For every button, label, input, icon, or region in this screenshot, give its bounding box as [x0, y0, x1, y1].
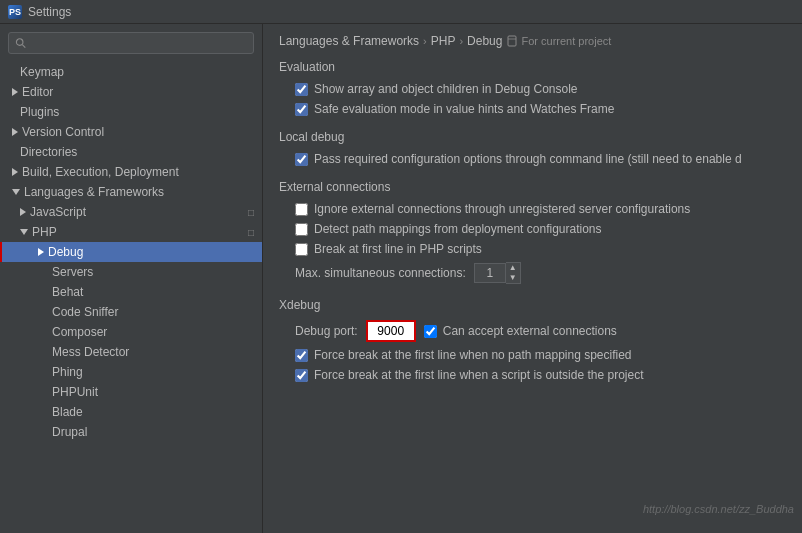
- sidebar-item-drupal[interactable]: Drupal: [0, 422, 262, 442]
- directories-label: Directories: [20, 145, 77, 159]
- sidebar-item-version-control[interactable]: Version Control: [0, 122, 262, 142]
- local-debug-title: Local debug: [279, 130, 786, 144]
- sidebar-item-mess-detector[interactable]: Mess Detector: [0, 342, 262, 362]
- can-accept-label: Can accept external connections: [443, 324, 617, 338]
- detect-path-checkbox[interactable]: [295, 223, 308, 236]
- sidebar-item-php[interactable]: PHP □: [0, 222, 262, 242]
- pass-required-checkbox[interactable]: [295, 153, 308, 166]
- pass-required-row: Pass required configuration options thro…: [279, 152, 786, 166]
- debug-port-input[interactable]: [366, 320, 416, 342]
- debug-port-label: Debug port:: [295, 324, 358, 338]
- safe-eval-row: Safe evaluation mode in value hints and …: [279, 102, 786, 116]
- expand-icon: [20, 208, 26, 216]
- main-container: Keymap Editor Plugins Version Control Di…: [0, 24, 802, 533]
- evaluation-section: Evaluation Show array and object childre…: [279, 60, 786, 116]
- collapse-icon: [20, 229, 28, 235]
- safe-eval-label: Safe evaluation mode in value hints and …: [314, 102, 614, 116]
- build-label: Build, Execution, Deployment: [22, 165, 179, 179]
- max-conn-input[interactable]: [474, 263, 506, 283]
- collapse-icon: [12, 189, 20, 195]
- ignore-external-checkbox[interactable]: [295, 203, 308, 216]
- ignore-external-label: Ignore external connections through unre…: [314, 202, 690, 216]
- detect-path-row: Detect path mappings from deployment con…: [279, 222, 786, 236]
- javascript-label: JavaScript: [30, 205, 86, 219]
- max-connections-row: Max. simultaneous connections: ▲ ▼: [279, 262, 786, 284]
- show-array-checkbox[interactable]: [295, 83, 308, 96]
- title-bar: PS Settings: [0, 0, 802, 24]
- max-conn-spinner[interactable]: ▲ ▼: [474, 262, 521, 284]
- force-break-no-path-label: Force break at the first line when no pa…: [314, 348, 632, 362]
- watermark: http://blog.csdn.net/zz_Buddha: [643, 503, 794, 515]
- sidebar-item-plugins[interactable]: Plugins: [0, 102, 262, 122]
- phing-label: Phing: [52, 365, 83, 379]
- external-connections-section: External connections Ignore external con…: [279, 180, 786, 284]
- sidebar-item-composer[interactable]: Composer: [0, 322, 262, 342]
- local-debug-section: Local debug Pass required configuration …: [279, 130, 786, 166]
- mess-detector-label: Mess Detector: [52, 345, 129, 359]
- bookmark-icon: [506, 35, 518, 47]
- sidebar-item-phpunit[interactable]: PHPUnit: [0, 382, 262, 402]
- sidebar-item-debug[interactable]: Debug: [0, 242, 262, 262]
- sidebar-item-servers[interactable]: Servers: [0, 262, 262, 282]
- search-input[interactable]: [30, 36, 247, 50]
- sidebar-item-editor[interactable]: Editor: [0, 82, 262, 102]
- expand-icon: [12, 88, 18, 96]
- force-break-outside-label: Force break at the first line when a scr…: [314, 368, 644, 382]
- sidebar-item-phing[interactable]: Phing: [0, 362, 262, 382]
- force-break-no-path-row: Force break at the first line when no pa…: [279, 348, 786, 362]
- expand-icon: [12, 168, 18, 176]
- sidebar-item-code-sniffer[interactable]: Code Sniffer: [0, 302, 262, 322]
- breadcrumb-project: For current project: [506, 35, 611, 47]
- code-sniffer-label: Code Sniffer: [52, 305, 119, 319]
- can-accept-row: Can accept external connections: [424, 324, 617, 338]
- force-break-outside-row: Force break at the first line when a scr…: [279, 368, 786, 382]
- javascript-page-icon: □: [248, 207, 254, 218]
- ignore-external-row: Ignore external connections through unre…: [279, 202, 786, 216]
- breadcrumb-part-1: Languages & Frameworks: [279, 34, 419, 48]
- pass-required-label: Pass required configuration options thro…: [314, 152, 742, 166]
- expand-icon: [38, 248, 44, 256]
- xdebug-title: Xdebug: [279, 298, 786, 312]
- blade-label: Blade: [52, 405, 83, 419]
- sidebar-item-javascript[interactable]: JavaScript □: [0, 202, 262, 222]
- breadcrumb: Languages & Frameworks › PHP › Debug For…: [279, 34, 786, 48]
- evaluation-title: Evaluation: [279, 60, 786, 74]
- force-break-outside-checkbox[interactable]: [295, 369, 308, 382]
- break-first-checkbox[interactable]: [295, 243, 308, 256]
- break-first-label: Break at first line in PHP scripts: [314, 242, 482, 256]
- search-box[interactable]: [8, 32, 254, 54]
- break-first-row: Break at first line in PHP scripts: [279, 242, 786, 256]
- sidebar-item-blade[interactable]: Blade: [0, 402, 262, 422]
- spinner-up-button[interactable]: ▲: [506, 263, 520, 273]
- drupal-label: Drupal: [52, 425, 87, 439]
- show-array-row: Show array and object children in Debug …: [279, 82, 786, 96]
- breadcrumb-sep-1: ›: [423, 35, 427, 47]
- force-break-no-path-checkbox[interactable]: [295, 349, 308, 362]
- sidebar-item-build-exec-deploy[interactable]: Build, Execution, Deployment: [0, 162, 262, 182]
- expand-icon: [12, 128, 18, 136]
- sidebar-item-languages-frameworks[interactable]: Languages & Frameworks: [0, 182, 262, 202]
- debug-label: Debug: [48, 245, 83, 259]
- sidebar-item-behat[interactable]: Behat: [0, 282, 262, 302]
- spinner-buttons: ▲ ▼: [506, 262, 521, 284]
- debug-port-row: Debug port: Can accept external connecti…: [279, 320, 786, 342]
- spinner-down-button[interactable]: ▼: [506, 273, 520, 283]
- search-icon: [15, 37, 26, 49]
- composer-label: Composer: [52, 325, 107, 339]
- behat-label: Behat: [52, 285, 83, 299]
- xdebug-section: Xdebug Debug port: Can accept external c…: [279, 298, 786, 382]
- can-accept-checkbox[interactable]: [424, 325, 437, 338]
- breadcrumb-part-2: PHP: [431, 34, 456, 48]
- safe-eval-checkbox[interactable]: [295, 103, 308, 116]
- plugins-label: Plugins: [20, 105, 59, 119]
- version-control-label: Version Control: [22, 125, 104, 139]
- sidebar-item-keymap[interactable]: Keymap: [0, 62, 262, 82]
- languages-label: Languages & Frameworks: [24, 185, 164, 199]
- svg-point-0: [16, 39, 23, 46]
- php-page-icon: □: [248, 227, 254, 238]
- breadcrumb-part-3: Debug: [467, 34, 502, 48]
- servers-label: Servers: [52, 265, 93, 279]
- sidebar-item-directories[interactable]: Directories: [0, 142, 262, 162]
- sidebar: Keymap Editor Plugins Version Control Di…: [0, 24, 263, 533]
- svg-rect-2: [508, 36, 516, 46]
